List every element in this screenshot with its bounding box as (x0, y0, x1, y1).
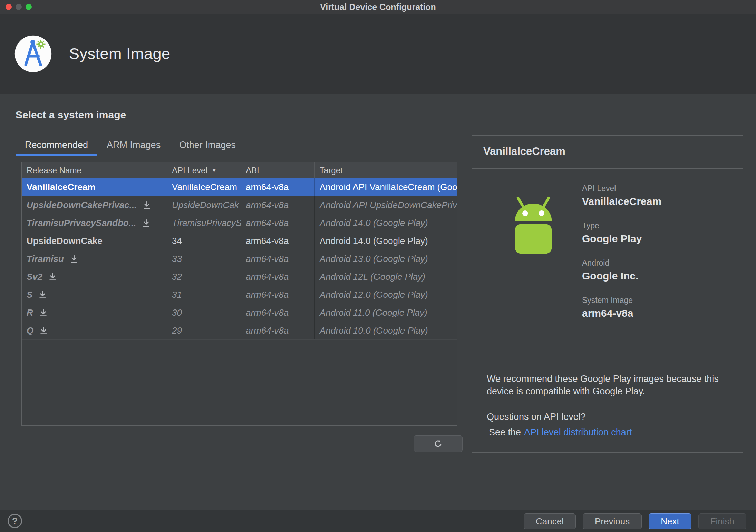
cancel-button[interactable]: Cancel (524, 513, 576, 529)
tabs: RecommendedARM ImagesOther Images (16, 135, 465, 156)
download-icon[interactable] (38, 290, 47, 299)
download-icon[interactable] (39, 326, 48, 335)
detail-field-value: VanillaIceCream (582, 196, 661, 207)
release-name: UpsideDownCake (27, 236, 103, 246)
next-button[interactable]: Next (649, 513, 691, 529)
abi-cell: arm64-v8a (241, 322, 315, 339)
android-studio-logo-icon (14, 35, 52, 73)
api-level-cell: 31 (167, 286, 241, 304)
details-fields: API LevelVanillaIceCreamTypeGoogle PlayA… (582, 184, 661, 333)
release-name-cell: Sv2 (22, 268, 167, 286)
detail-field-label: System Image (582, 296, 661, 305)
release-name: R (27, 307, 33, 318)
detail-field-value: arm64-v8a (582, 307, 661, 319)
release-name-cell: S (22, 286, 167, 304)
download-icon[interactable] (39, 308, 48, 317)
abi-cell: arm64-v8a (241, 268, 315, 286)
api-level-cell: 29 (167, 322, 241, 339)
api-level-cell: 32 (167, 268, 241, 286)
detail-field-android: AndroidGoogle Inc. (582, 258, 661, 282)
divider (472, 168, 743, 169)
api-level-cell: UpsideDownCak (167, 196, 241, 214)
table-body: VanillaIceCreamVanillaIceCreamarm64-v8aA… (22, 178, 457, 340)
page-title: System Image (69, 45, 171, 63)
release-name: UpsideDownCakePrivac... (27, 200, 137, 210)
tab-other-images[interactable]: Other Images (170, 135, 245, 156)
android-robot-icon (503, 194, 564, 264)
download-icon[interactable] (48, 272, 57, 282)
abi-cell: arm64-v8a (241, 178, 315, 196)
api-level-cell: 30 (167, 304, 241, 322)
column-header-release-name[interactable]: Release Name (22, 162, 167, 178)
detail-field-label: Type (582, 221, 661, 230)
table-row-vanillaicecream[interactable]: VanillaIceCreamVanillaIceCreamarm64-v8aA… (22, 178, 457, 196)
abi-cell: arm64-v8a (241, 286, 315, 304)
release-name: Tiramisu (27, 254, 64, 264)
table-row-sv2[interactable]: Sv232arm64-v8aAndroid 12L (Google Play) (22, 268, 457, 286)
abi-cell: arm64-v8a (241, 232, 315, 250)
titlebar: Virtual Device Configuration (0, 0, 756, 14)
download-icon[interactable] (69, 254, 79, 264)
release-name-cell: R (22, 304, 167, 322)
release-name-cell: Tiramisu (22, 250, 167, 268)
abi-cell: arm64-v8a (241, 196, 315, 214)
table-row-upsidedowncakeprivac[interactable]: UpsideDownCakePrivac...UpsideDownCakarm6… (22, 196, 457, 214)
table-row-tiramisu[interactable]: Tiramisu33arm64-v8aAndroid 13.0 (Google … (22, 250, 457, 268)
refresh-icon (433, 439, 443, 449)
api-level-distribution-chart-link[interactable]: API level distribution chart (524, 427, 632, 437)
table-row-upsidedowncake[interactable]: UpsideDownCake34arm64-v8aAndroid 14.0 (G… (22, 232, 457, 250)
release-name: Q (27, 325, 33, 336)
release-name-cell: VanillaIceCream (22, 178, 167, 196)
help-button[interactable]: ? (8, 514, 22, 528)
api-level-cell: 33 (167, 250, 241, 268)
gear-icon (36, 40, 45, 49)
tab-recommended[interactable]: Recommended (16, 135, 97, 156)
details-title: VanillaIceCream (483, 145, 565, 158)
download-icon[interactable] (142, 218, 151, 228)
column-header-abi[interactable]: ABI (241, 162, 315, 178)
previous-button[interactable]: Previous (583, 513, 642, 529)
detail-field-value: Google Inc. (582, 270, 661, 282)
column-header-label: Release Name (27, 166, 81, 175)
abi-cell: arm64-v8a (241, 214, 315, 232)
detail-field-label: Android (582, 258, 661, 268)
target-cell: Android 13.0 (Google Play) (315, 250, 457, 268)
column-header-target[interactable]: Target (315, 162, 457, 178)
detail-field-api-level: API LevelVanillaIceCream (582, 184, 661, 207)
api-level-question: Questions on API level? (487, 412, 586, 422)
detail-field-value: Google Play (582, 233, 661, 245)
refresh-button[interactable] (414, 435, 463, 452)
release-name: VanillaIceCream (27, 182, 95, 192)
section-title: Select a system image (16, 109, 126, 121)
window-title: Virtual Device Configuration (0, 0, 756, 14)
target-cell: Android 12L (Google Play) (315, 268, 457, 286)
release-name-cell: UpsideDownCake (22, 232, 167, 250)
column-header-label: Target (320, 166, 343, 175)
release-name: Sv2 (27, 272, 42, 282)
target-cell: Android 14.0 (Google Play) (315, 232, 457, 250)
footer-bar: ? CancelPreviousNextFinish (0, 510, 756, 532)
table-row-q[interactable]: Q29arm64-v8aAndroid 10.0 (Google Play) (22, 322, 457, 340)
column-header-label: ABI (246, 166, 259, 175)
detail-field-system-image: System Imagearm64-v8a (582, 296, 661, 319)
target-cell: Android 11.0 (Google Play) (315, 304, 457, 322)
tab-arm-images[interactable]: ARM Images (97, 135, 170, 156)
system-image-table: Release NameAPI Level▼ABITarget VanillaI… (21, 162, 457, 426)
column-header-label: API Level (172, 166, 207, 175)
target-cell: Android 14.0 (Google Play) (315, 214, 457, 232)
sort-descending-icon: ▼ (212, 167, 217, 173)
download-icon[interactable] (142, 200, 152, 210)
link-prefix: See the (489, 427, 521, 437)
table-row-s[interactable]: S31arm64-v8aAndroid 12.0 (Google Play) (22, 286, 457, 304)
table-row-tiramisuprivacysandbo[interactable]: TiramisuPrivacySandbo...TiramisuPrivacyS… (22, 214, 457, 232)
abi-cell: arm64-v8a (241, 304, 315, 322)
column-header-api-level[interactable]: API Level▼ (167, 162, 241, 178)
abi-cell: arm64-v8a (241, 250, 315, 268)
table-row-r[interactable]: R30arm64-v8aAndroid 11.0 (Google Play) (22, 304, 457, 322)
release-name-cell: TiramisuPrivacySandbo... (22, 214, 167, 232)
wizard-header: System Image (0, 14, 756, 94)
release-name-cell: UpsideDownCakePrivac... (22, 196, 167, 214)
recommendation-text: We recommend these Google Play images be… (487, 373, 728, 397)
release-name-cell: Q (22, 322, 167, 339)
finish-button: Finish (698, 513, 746, 529)
